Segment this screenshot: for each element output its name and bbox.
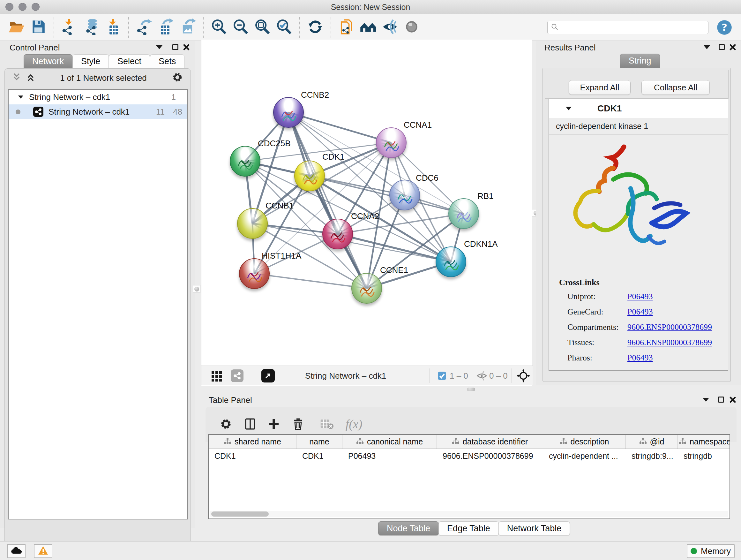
show-columns-button[interactable]: [241, 415, 259, 433]
close-panel-icon[interactable]: [183, 44, 190, 52]
column-header-namespace[interactable]: namespace: [678, 435, 730, 449]
create-column-button[interactable]: [265, 415, 283, 433]
export-image-button[interactable]: [179, 17, 197, 37]
maximize-panel-icon[interactable]: [719, 44, 725, 50]
fit-content-button[interactable]: [517, 366, 530, 386]
float-panel-icon[interactable]: [703, 398, 709, 401]
export-network-button[interactable]: [135, 17, 153, 37]
network-node-ccne1[interactable]: [351, 273, 382, 304]
float-panel-icon[interactable]: [156, 45, 162, 49]
zoom-fit-button[interactable]: [253, 17, 271, 37]
warnings-button[interactable]: [34, 544, 52, 558]
left-splitter-handle[interactable]: [193, 285, 200, 293]
network-node-cdk1[interactable]: [294, 161, 325, 191]
delete-column-button[interactable]: [289, 415, 307, 433]
maximize-panel-icon[interactable]: [172, 44, 179, 50]
zoom-in-button[interactable]: [210, 17, 228, 37]
network-node-ccna1[interactable]: [376, 127, 407, 158]
selected-checkbox[interactable]: [437, 366, 447, 386]
zoom-selected-button[interactable]: [275, 17, 293, 37]
network-node-hist1h1a[interactable]: [239, 258, 270, 289]
table-settings-button[interactable]: [217, 415, 235, 433]
crosslink-link[interactable]: P06493: [627, 307, 653, 317]
open-in-window-button[interactable]: [261, 366, 275, 386]
crosslink-link[interactable]: 9606.ENSP00000378699: [627, 338, 712, 348]
crosslink-link[interactable]: P06493: [627, 292, 653, 301]
tab-select[interactable]: Select: [109, 54, 150, 68]
birdseye-toggle[interactable]: [211, 366, 222, 386]
save-session-button[interactable]: [29, 17, 47, 37]
scrollbar-thumb[interactable]: [211, 511, 269, 516]
column-header-label: canonical name: [367, 437, 423, 446]
network-canvas[interactable]: CCNB2CCNA1CDC25BCDK1CDC6RB1CCNB1CCNA2CDK…: [201, 40, 533, 366]
zoom-out-button[interactable]: [232, 17, 250, 37]
results-tab-string[interactable]: String: [620, 54, 660, 68]
copy-network-button[interactable]: [338, 17, 355, 37]
column-header-canonical-name[interactable]: canonical name: [342, 435, 437, 449]
node-label-hist1h1a: HIST1H1A: [262, 251, 301, 261]
table-cell[interactable]: cyclin-dependent ...: [543, 449, 626, 462]
expand-all-icon[interactable]: [26, 72, 36, 84]
import-network-database-button[interactable]: [82, 17, 100, 37]
gear-icon[interactable]: [172, 71, 184, 84]
import-network-file-button[interactable]: [61, 17, 78, 37]
tab-sets[interactable]: Sets: [150, 54, 185, 68]
table-cell[interactable]: 9606.ENSP00000378699: [437, 449, 543, 462]
gray-eye-icon[interactable]: [403, 17, 421, 37]
network-row-selected[interactable]: String Network – cdk1 11 48: [9, 105, 187, 119]
column-header-name[interactable]: name: [296, 435, 342, 449]
tab-network-table[interactable]: Network Table: [498, 521, 570, 536]
table-cell[interactable]: CDK1: [209, 449, 296, 462]
network-node-ccna2[interactable]: [322, 219, 353, 249]
table-hscrollbar[interactable]: [210, 511, 728, 517]
table-cell[interactable]: P06493: [342, 449, 437, 462]
search-input[interactable]: [561, 23, 701, 32]
network-node-cdc25b[interactable]: [230, 146, 260, 177]
import-table-button[interactable]: [104, 17, 122, 37]
crosslink-link[interactable]: P06493: [627, 353, 653, 363]
maximize-panel-icon[interactable]: [718, 396, 724, 402]
network-edge[interactable]: [254, 273, 367, 288]
refresh-button[interactable]: [307, 17, 324, 37]
tab-node-table[interactable]: Node Table: [378, 521, 439, 536]
network-collection-row[interactable]: String Network – cdk1 1: [9, 90, 187, 105]
crosslink-link[interactable]: 9606.ENSP00000378699: [627, 322, 712, 332]
open-session-button[interactable]: [8, 17, 25, 37]
expand-all-button[interactable]: Expand All: [569, 80, 630, 95]
tab-style[interactable]: Style: [72, 54, 109, 68]
network-node-cdkn1a[interactable]: [435, 246, 466, 277]
export-table-button[interactable]: [157, 17, 175, 37]
float-panel-icon[interactable]: [704, 45, 710, 49]
network-node-cdc6[interactable]: [389, 180, 420, 210]
network-node-rb1[interactable]: [448, 198, 479, 229]
bottom-splitter-handle[interactable]: [467, 388, 475, 391]
column-header--id[interactable]: @id: [626, 435, 678, 449]
help-button[interactable]: ?: [716, 19, 733, 36]
column-header-shared-name[interactable]: shared name: [209, 435, 296, 449]
cloud-button[interactable]: [7, 544, 25, 558]
table-row[interactable]: CDK1CDK1P064939606.ENSP00000378699cyclin…: [209, 449, 730, 462]
network-edge[interactable]: [288, 112, 367, 288]
column-header-description[interactable]: description: [543, 435, 626, 449]
network-badge-icon[interactable]: [231, 366, 244, 386]
show-all-views-button[interactable]: [359, 17, 377, 37]
network-node-ccnb2[interactable]: [273, 97, 304, 128]
hidden-eye-icon[interactable]: [476, 366, 487, 386]
table-cell[interactable]: stringdb: [678, 449, 730, 462]
memory-button[interactable]: Memory: [687, 544, 735, 558]
collapse-all-button[interactable]: Collapse All: [642, 80, 710, 95]
tab-network[interactable]: Network: [23, 54, 72, 68]
network-node-ccnb1[interactable]: [237, 208, 268, 239]
collection-expand-icon[interactable]: [18, 96, 23, 99]
hide-panel-button[interactable]: [381, 17, 399, 37]
table-cell[interactable]: stringdb:9...: [626, 449, 678, 462]
table-cell[interactable]: CDK1: [296, 449, 342, 462]
close-panel-icon[interactable]: [729, 396, 737, 405]
close-panel-icon[interactable]: [729, 44, 737, 52]
collapse-all-icon[interactable]: [12, 72, 21, 84]
column-header-database-identifier[interactable]: database identifier: [437, 435, 543, 449]
tab-edge-table[interactable]: Edge Table: [439, 521, 499, 536]
entry-collapse-icon[interactable]: [566, 107, 571, 110]
network-edge[interactable]: [288, 112, 391, 143]
node-entry-header[interactable]: CDK1: [549, 99, 728, 118]
